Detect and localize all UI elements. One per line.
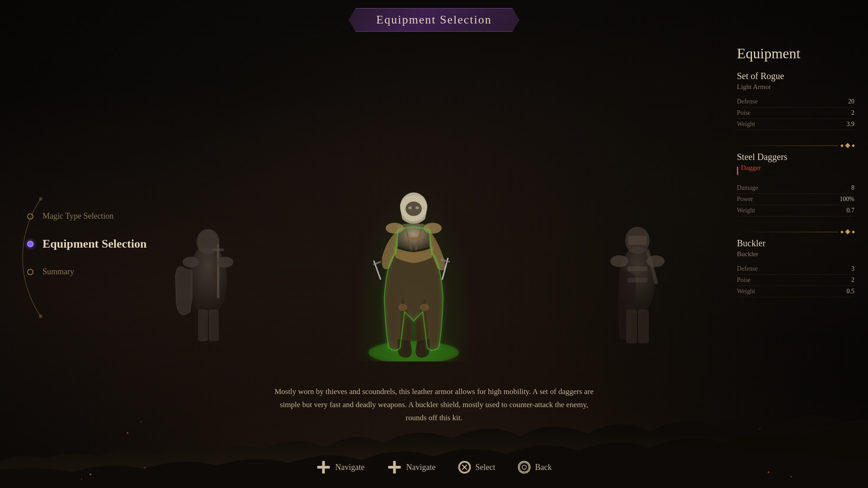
svg-point-27 (406, 202, 422, 216)
divider-line-1 (737, 145, 838, 146)
title-background: Equipment Selection (349, 8, 519, 32)
divider-diamond-right-1 (852, 144, 855, 147)
svg-point-47 (519, 463, 529, 472)
character-left[interactable] (167, 208, 249, 352)
svg-rect-8 (217, 244, 219, 298)
nav-dot-summary (27, 269, 33, 275)
svg-point-35 (420, 304, 429, 311)
svg-point-2 (81, 479, 82, 479)
shield-poise-label: Poise (737, 277, 750, 284)
svg-point-37 (424, 223, 442, 234)
control-navigate-left-label: Navigate (335, 463, 365, 472)
svg-point-5 (189, 244, 227, 316)
description-area: Mostly worn by thieves and scoundrels, t… (271, 385, 597, 425)
weapon-stat-damage: Damage 8 (737, 183, 854, 194)
screen-title: Equipment Selection (376, 13, 491, 26)
shield-weight-value: 0.5 (847, 288, 855, 295)
character-center[interactable] (359, 172, 468, 361)
control-navigate-right-label: Navigate (406, 463, 436, 472)
svg-point-36 (386, 223, 404, 234)
ember-3 (760, 428, 760, 429)
dpad-left-icon (316, 460, 331, 474)
shield-poise-value: 2 (851, 277, 854, 284)
armor-weight-label: Weight (737, 121, 755, 128)
circle-button-icon (518, 461, 530, 474)
svg-point-4 (791, 476, 792, 478)
svg-point-19 (610, 255, 628, 267)
shield-type: Buckler (737, 250, 854, 258)
divider-diamond-main-1 (845, 143, 850, 148)
svg-point-3 (768, 471, 769, 473)
divider-1 (737, 139, 854, 152)
shield-defense-label: Defense (737, 265, 758, 272)
weapon-type-indicator (737, 167, 738, 175)
control-back[interactable]: Back (518, 461, 552, 474)
equipment-section-weapon: Steel Daggers Dagger Damage 8 Power 100%… (737, 152, 854, 216)
control-back-label: Back (535, 463, 552, 472)
svg-rect-21 (626, 310, 637, 343)
ember-2 (140, 421, 142, 422)
nav-item-magic-type[interactable]: Magic Type Selection (27, 203, 146, 229)
svg-rect-18 (627, 278, 647, 282)
weapon-type: Dagger (741, 164, 761, 172)
svg-point-34 (398, 304, 407, 311)
svg-point-29 (415, 206, 419, 209)
x-button-icon (458, 461, 471, 474)
svg-rect-22 (638, 310, 649, 343)
panel-title: Equipment (737, 45, 854, 62)
equipment-section-armor: Set of Rogue Light Armor Defense 20 Pois… (737, 71, 854, 130)
control-select[interactable]: Select (458, 461, 495, 474)
shield-stat-weight: Weight 0.5 (737, 286, 854, 297)
shield-stat-poise: Poise 2 (737, 275, 854, 286)
divider-line-2 (737, 232, 838, 232)
armor-stat-weight: Weight 3.9 (737, 119, 854, 130)
control-select-label: Select (475, 463, 495, 472)
shield-defense-value: 3 (851, 265, 854, 272)
armor-name: Set of Rogue (737, 71, 854, 81)
ember-1 (127, 432, 128, 434)
right-panel: Equipment Set of Rogue Light Armor Defen… (723, 36, 868, 315)
divider-diamond-right-2 (852, 230, 855, 233)
nav-dot-equipment (27, 241, 33, 247)
svg-rect-7 (198, 237, 218, 249)
character-right[interactable] (597, 208, 678, 352)
weapon-stat-weight: Weight 0.7 (737, 205, 854, 216)
title-bar: Equipment Selection (349, 8, 519, 32)
nav-label-summary: Summary (42, 267, 74, 277)
svg-rect-17 (627, 267, 647, 271)
weapon-stat-power: Power 100% (737, 194, 854, 205)
svg-point-24 (368, 341, 459, 361)
weapon-power-value: 100% (840, 196, 854, 203)
svg-rect-10 (198, 310, 208, 341)
weapon-name: Steel Daggers (737, 152, 854, 162)
svg-rect-43 (388, 466, 401, 469)
armor-weight-value: 3.9 (847, 121, 855, 128)
description-text: Mostly worn by thieves and scoundrels, t… (271, 385, 597, 425)
svg-point-1 (144, 467, 146, 469)
control-navigate-right[interactable]: Navigate (387, 460, 436, 474)
divider-diamond-left-1 (840, 144, 844, 147)
svg-rect-11 (209, 310, 219, 341)
armor-stat-defense: Defense 20 (737, 96, 854, 108)
svg-point-48 (522, 465, 526, 469)
svg-rect-9 (212, 249, 224, 251)
armor-type: Light Armor (737, 83, 854, 91)
svg-point-13 (217, 257, 233, 267)
armor-poise-label: Poise (737, 109, 750, 117)
nav-item-summary[interactable]: Summary (27, 259, 146, 285)
weapon-damage-label: Damage (737, 184, 758, 192)
armor-defense-label: Defense (737, 98, 758, 105)
svg-point-38 (39, 314, 42, 318)
shield-weight-label: Weight (737, 288, 755, 295)
divider-diamond-left-2 (840, 230, 844, 233)
controls-bar: Navigate Navigate Select (316, 460, 552, 474)
control-navigate-left[interactable]: Navigate (316, 460, 365, 474)
weapon-power-label: Power (737, 196, 753, 203)
left-nav: Magic Type Selection Equipment Selection… (27, 203, 146, 285)
nav-label-equipment: Equipment Selection (42, 237, 146, 251)
equipment-section-shield: Buckler Buckler Defense 3 Poise 2 Weight… (737, 238, 854, 297)
dpad-right-icon (387, 460, 402, 474)
divider-diamond-main-2 (845, 229, 850, 234)
nav-item-equipment[interactable]: Equipment Selection (27, 229, 146, 259)
svg-point-39 (39, 197, 42, 201)
